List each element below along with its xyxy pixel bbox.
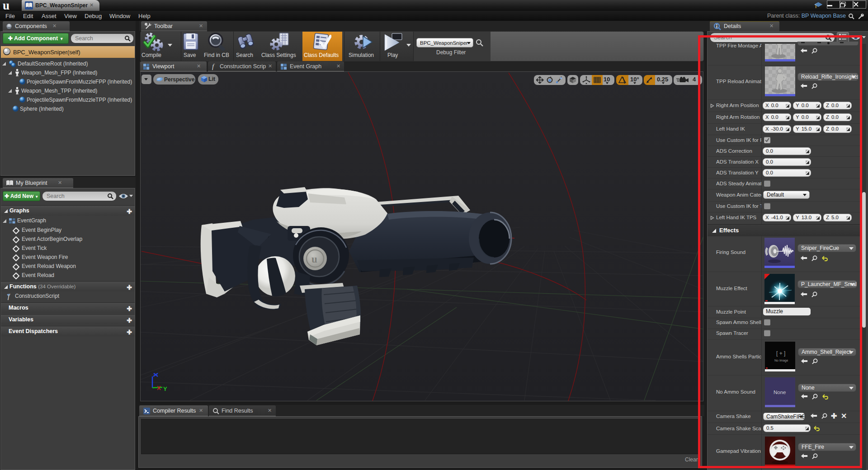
svg-text:X: X [157,385,161,391]
svg-text:Y: Y [163,385,167,392]
svg-text:u: u [3,0,9,10]
svg-text:u: u [311,254,317,265]
svg-text:f: f [212,63,215,70]
